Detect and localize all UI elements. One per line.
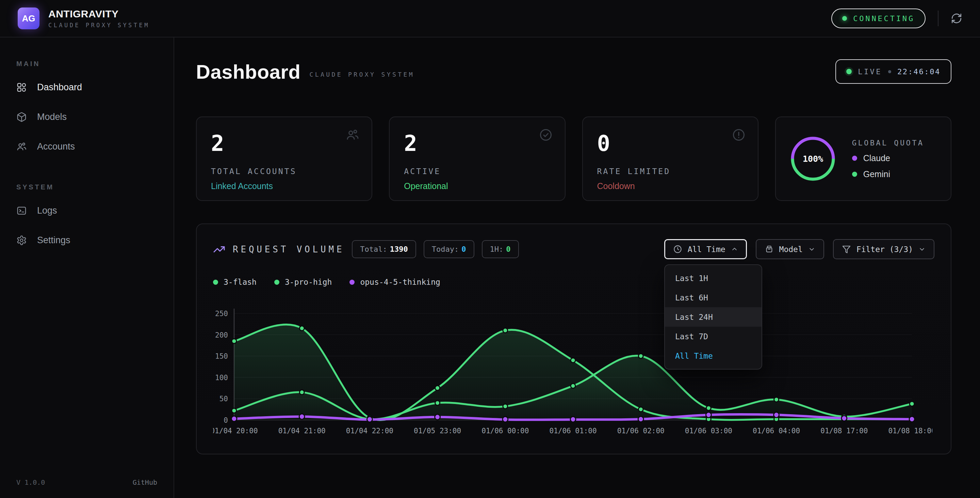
chart-legend: 3-flash 3-pro-high opus-4-5-thinking xyxy=(213,278,934,286)
users-icon xyxy=(16,141,27,152)
sidebar-item-models[interactable]: Models xyxy=(0,102,173,132)
sidebar: MAIN Dashboard Models Accounts SYSTEM xyxy=(0,37,174,498)
svg-text:200: 200 xyxy=(215,331,228,339)
time-range-dropdown: Last 1H Last 6H Last 24H Last 7D All Tim… xyxy=(664,264,762,370)
quota-legend-label: Gemini xyxy=(863,169,890,179)
svg-text:100: 100 xyxy=(215,374,228,382)
refresh-button[interactable] xyxy=(951,13,962,24)
app-logo-text: AG xyxy=(22,13,35,24)
refresh-icon xyxy=(951,13,962,24)
grid-icon xyxy=(16,82,27,93)
request-volume-chart: 05010015020025001/04 20:0001/04 21:0001/… xyxy=(213,297,932,446)
chevron-down-icon xyxy=(918,246,926,253)
time-range-button[interactable]: All Time xyxy=(664,239,747,259)
live-status-badge: LIVE 22:46:04 xyxy=(835,59,951,84)
series-dot-icon xyxy=(350,280,355,285)
trending-up-icon xyxy=(213,243,225,255)
svg-text:01/04 22:00: 01/04 22:00 xyxy=(346,427,393,435)
users-icon xyxy=(346,128,360,143)
live-dot-icon xyxy=(846,69,852,74)
funnel-icon xyxy=(842,244,851,254)
stat-label: RATE LIMITED xyxy=(597,167,743,176)
sidebar-item-label: Logs xyxy=(37,205,57,216)
github-link[interactable]: GitHub xyxy=(133,478,157,487)
svg-text:50: 50 xyxy=(220,395,228,403)
sidebar-section-main: MAIN xyxy=(16,60,173,68)
stat-sublabel: Cooldown xyxy=(597,181,743,191)
svg-text:01/08 18:00: 01/08 18:00 xyxy=(888,427,932,435)
page-title: Dashboard xyxy=(196,60,301,83)
topbar-divider xyxy=(938,11,939,26)
today-requests-badge: Today:0 xyxy=(424,240,474,258)
svg-text:01/08 17:00: 01/08 17:00 xyxy=(821,427,868,435)
svg-text:01/06 03:00: 01/06 03:00 xyxy=(685,427,732,435)
svg-text:01/06 02:00: 01/06 02:00 xyxy=(617,427,665,435)
terminal-icon xyxy=(16,205,27,216)
svg-text:150: 150 xyxy=(215,352,228,361)
svg-text:01/06 01:00: 01/06 01:00 xyxy=(549,427,597,435)
brand: ANTIGRAVITY CLAUDE PROXY SYSTEM xyxy=(48,8,150,29)
sidebar-item-settings[interactable]: Settings xyxy=(0,225,173,255)
cube-icon xyxy=(16,112,27,122)
stat-card-rate-limited: 0 RATE LIMITED Cooldown xyxy=(582,117,759,201)
stat-card-total-accounts: 2 TOTAL ACCOUNTS Linked Accounts xyxy=(196,117,372,201)
separator-dot-icon xyxy=(888,70,891,73)
app-logo: AG xyxy=(18,8,40,29)
check-circle-icon xyxy=(539,128,553,143)
gear-icon xyxy=(16,235,27,246)
dropdown-item-last-1h[interactable]: Last 1H xyxy=(665,268,762,288)
sidebar-item-logs[interactable]: Logs xyxy=(0,196,173,225)
stat-value: 0 xyxy=(597,131,743,156)
claude-dot-icon xyxy=(852,156,857,161)
dropdown-item-last-24h[interactable]: Last 24H xyxy=(665,307,762,327)
alert-circle-icon xyxy=(732,128,746,143)
page-header: Dashboard CLAUDE PROXY SYSTEM LIVE 22:46… xyxy=(196,59,951,84)
svg-text:01/04 21:00: 01/04 21:00 xyxy=(278,427,326,435)
sidebar-item-dashboard[interactable]: Dashboard xyxy=(0,73,173,102)
sidebar-footer: V 1.0.0 GitHub xyxy=(16,478,157,487)
main-content: Dashboard CLAUDE PROXY SYSTEM LIVE 22:46… xyxy=(174,37,980,498)
stat-sublabel: Linked Accounts xyxy=(211,181,357,191)
stat-label: ACTIVE xyxy=(404,167,550,176)
sidebar-item-label: Dashboard xyxy=(37,82,82,93)
stat-value: 2 xyxy=(211,131,357,156)
dropdown-item-last-6h[interactable]: Last 6H xyxy=(665,288,762,307)
hour-requests-badge: 1H:0 xyxy=(482,240,519,258)
legend-item-3-pro-high: 3-pro-high xyxy=(274,278,332,286)
panel-title: REQUEST VOLUME xyxy=(213,243,344,255)
app-subtitle: CLAUDE PROXY SYSTEM xyxy=(48,22,150,29)
stat-sublabel: Operational xyxy=(404,181,550,191)
gemini-dot-icon xyxy=(852,172,857,177)
package-icon xyxy=(765,244,774,254)
page-subtitle: CLAUDE PROXY SYSTEM xyxy=(309,71,414,78)
sidebar-item-accounts[interactable]: Accounts xyxy=(0,132,173,161)
svg-text:01/05 23:00: 01/05 23:00 xyxy=(414,427,461,435)
quota-legend-label: Claude xyxy=(863,153,890,163)
dropdown-item-last-7d[interactable]: Last 7D xyxy=(665,327,762,346)
legend-item-opus-4-5-thinking: opus-4-5-thinking xyxy=(350,278,440,286)
series-dot-icon xyxy=(213,280,218,285)
svg-text:250: 250 xyxy=(215,310,228,318)
stat-card-global-quota: 100% GLOBAL QUOTA Claude Gemini xyxy=(775,117,951,201)
live-label: LIVE xyxy=(858,67,882,76)
model-filter-button[interactable]: Model xyxy=(756,239,824,259)
request-volume-panel: REQUEST VOLUME Total:1390 Today:0 1H:0 xyxy=(196,223,951,454)
sidebar-item-label: Accounts xyxy=(37,141,75,152)
series-dot-icon xyxy=(274,280,279,285)
clock-icon xyxy=(673,244,682,254)
live-clock: 22:46:04 xyxy=(897,67,940,76)
stat-value: 2 xyxy=(404,131,550,156)
stats-row: 2 TOTAL ACCOUNTS Linked Accounts 2 ACTIV… xyxy=(196,117,951,201)
quota-percent: 100% xyxy=(803,154,823,164)
stat-card-active: 2 ACTIVE Operational xyxy=(389,117,565,201)
topbar: AG ANTIGRAVITY CLAUDE PROXY SYSTEM CONNE… xyxy=(0,0,980,37)
quota-donut-chart: 100% xyxy=(789,134,837,183)
connection-status-label: CONNECTING xyxy=(853,14,915,23)
status-dot-icon xyxy=(842,16,847,21)
stat-label: TOTAL ACCOUNTS xyxy=(211,167,357,176)
dropdown-item-all-time[interactable]: All Time xyxy=(665,346,762,366)
filter-button[interactable]: Filter (3/3) xyxy=(833,239,934,259)
chevron-down-icon xyxy=(808,246,815,253)
svg-text:01/04 20:00: 01/04 20:00 xyxy=(213,427,258,435)
svg-text:01/06 04:00: 01/06 04:00 xyxy=(753,427,800,435)
